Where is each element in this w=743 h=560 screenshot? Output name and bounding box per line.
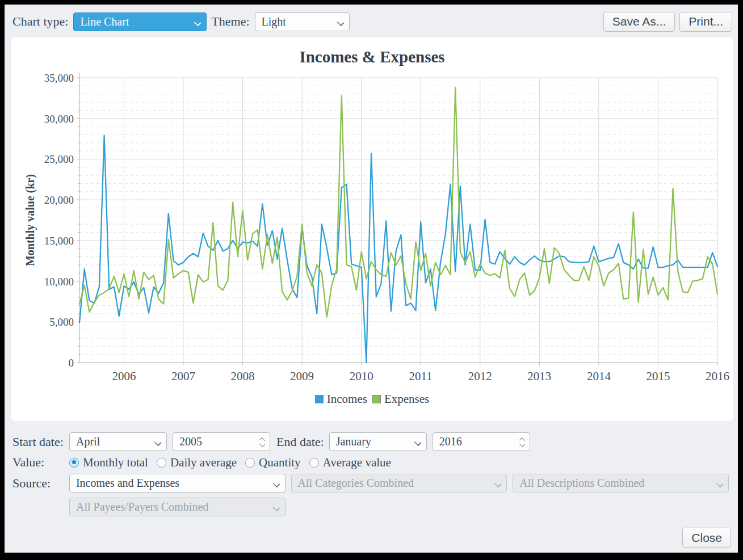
chevron-down-icon bbox=[154, 439, 162, 447]
legend-item-incomes: Incomes bbox=[315, 392, 367, 406]
radio-daily-average[interactable]: Daily average bbox=[157, 456, 237, 470]
svg-text:2014: 2014 bbox=[587, 369, 611, 383]
svg-text:35,000: 35,000 bbox=[44, 72, 74, 84]
expenses-swatch-icon bbox=[372, 395, 381, 403]
controls-area: Start date: April 2005 End date: January… bbox=[8, 432, 734, 520]
start-month-value: April bbox=[76, 435, 100, 448]
svg-text:0: 0 bbox=[69, 357, 74, 369]
radio-icon bbox=[245, 458, 255, 468]
svg-text:20,000: 20,000 bbox=[44, 194, 74, 206]
svg-text:25,000: 25,000 bbox=[44, 153, 74, 165]
radio-label: Monthly total bbox=[83, 456, 148, 470]
chart-title: Incomes & Expenses bbox=[11, 37, 733, 69]
svg-text:2010: 2010 bbox=[350, 369, 373, 383]
svg-text:2011: 2011 bbox=[409, 369, 433, 383]
chart-type-select[interactable]: Line Chart bbox=[73, 12, 207, 31]
source-label: Source: bbox=[8, 476, 69, 491]
theme-value: Light bbox=[262, 15, 286, 28]
description-value: All Descriptions Combined bbox=[519, 477, 644, 490]
year-spinner[interactable] bbox=[519, 435, 526, 450]
payee-value: All Payees/Payers Combined bbox=[76, 500, 208, 513]
start-month-select[interactable]: April bbox=[69, 432, 167, 451]
source-row: Source: Incomes and Expenses All Categor… bbox=[8, 474, 734, 492]
svg-text:2013: 2013 bbox=[527, 369, 551, 383]
svg-text:2007: 2007 bbox=[171, 369, 195, 383]
spin-down-icon bbox=[259, 441, 265, 447]
description-select: All Descriptions Combined bbox=[513, 474, 729, 492]
svg-text:2015: 2015 bbox=[646, 369, 670, 383]
legend-label-incomes: Incomes bbox=[327, 392, 367, 406]
legend-item-expenses: Expenses bbox=[372, 392, 429, 406]
radio-label: Daily average bbox=[170, 456, 237, 470]
value-row: Value: Monthly total Daily average Quant… bbox=[8, 455, 734, 470]
chevron-down-icon bbox=[337, 19, 344, 26]
source-value: Incomes and Expenses bbox=[76, 477, 179, 490]
svg-text:2012: 2012 bbox=[468, 369, 492, 383]
svg-text:Monthly value (kr): Monthly value (kr) bbox=[24, 174, 37, 266]
radio-monthly-total[interactable]: Monthly total bbox=[69, 456, 148, 470]
svg-text:2008: 2008 bbox=[231, 369, 255, 383]
radio-label: Quantity bbox=[259, 456, 301, 470]
start-year-value: 2005 bbox=[179, 435, 202, 448]
radio-selected-icon bbox=[69, 458, 79, 468]
chevron-down-icon bbox=[273, 504, 280, 512]
svg-text:2006: 2006 bbox=[112, 369, 136, 383]
start-year-input[interactable]: 2005 bbox=[173, 432, 270, 451]
chevron-down-icon bbox=[272, 481, 280, 488]
svg-text:2009: 2009 bbox=[290, 369, 314, 383]
chart-type-value: Line Chart bbox=[80, 15, 129, 28]
close-button[interactable]: Close bbox=[682, 528, 731, 548]
chart-type-label: Chart type: bbox=[12, 14, 68, 29]
source-select[interactable]: Incomes and Expenses bbox=[69, 474, 286, 492]
start-date-label: Start date: bbox=[8, 435, 69, 449]
spin-down-icon bbox=[519, 441, 525, 447]
radio-quantity[interactable]: Quantity bbox=[245, 456, 301, 470]
end-year-value: 2016 bbox=[439, 435, 462, 448]
line-chart: 05,00010,00015,00020,00025,00030,00035,0… bbox=[11, 69, 733, 387]
print-button[interactable]: Print... bbox=[679, 12, 732, 32]
end-month-select[interactable]: January bbox=[329, 432, 427, 451]
chart-panel: Incomes & Expenses 05,00010,00015,00020,… bbox=[11, 37, 733, 421]
year-spinner[interactable] bbox=[259, 435, 266, 450]
svg-text:10,000: 10,000 bbox=[44, 276, 74, 288]
legend-label-expenses: Expenses bbox=[384, 392, 429, 406]
radio-label: Average value bbox=[323, 456, 391, 470]
source-row-2: All Payees/Payers Combined bbox=[69, 498, 734, 516]
category-select: All Categories Combined bbox=[291, 474, 507, 492]
radio-average-value[interactable]: Average value bbox=[309, 456, 391, 470]
chevron-down-icon bbox=[414, 439, 421, 447]
radio-icon bbox=[309, 458, 319, 468]
svg-text:30,000: 30,000 bbox=[44, 113, 74, 125]
value-label: Value: bbox=[8, 455, 69, 470]
end-year-input[interactable]: 2016 bbox=[433, 432, 530, 451]
chevron-down-icon bbox=[494, 481, 502, 488]
dialog-window: Chart type: Line Chart Theme: Light Save… bbox=[5, 5, 738, 553]
svg-text:15,000: 15,000 bbox=[44, 235, 74, 247]
svg-text:2016: 2016 bbox=[706, 369, 729, 383]
save-as-button[interactable]: Save As... bbox=[603, 12, 675, 32]
theme-label: Theme: bbox=[211, 14, 249, 29]
end-month-value: January bbox=[336, 435, 371, 448]
end-date-label: End date: bbox=[276, 435, 324, 449]
radio-icon bbox=[157, 458, 166, 468]
payee-select: All Payees/Payers Combined bbox=[69, 498, 286, 516]
category-value: All Categories Combined bbox=[298, 477, 414, 490]
chevron-down-icon bbox=[716, 481, 724, 488]
svg-text:5,000: 5,000 bbox=[49, 316, 74, 328]
date-range-row: Start date: April 2005 End date: January… bbox=[8, 432, 734, 451]
chevron-down-icon bbox=[194, 19, 202, 26]
incomes-swatch-icon bbox=[315, 395, 324, 403]
theme-select[interactable]: Light bbox=[255, 12, 350, 31]
top-toolbar: Chart type: Line Chart Theme: Light Save… bbox=[5, 5, 738, 33]
chart-legend: Incomes Expenses bbox=[11, 392, 733, 406]
